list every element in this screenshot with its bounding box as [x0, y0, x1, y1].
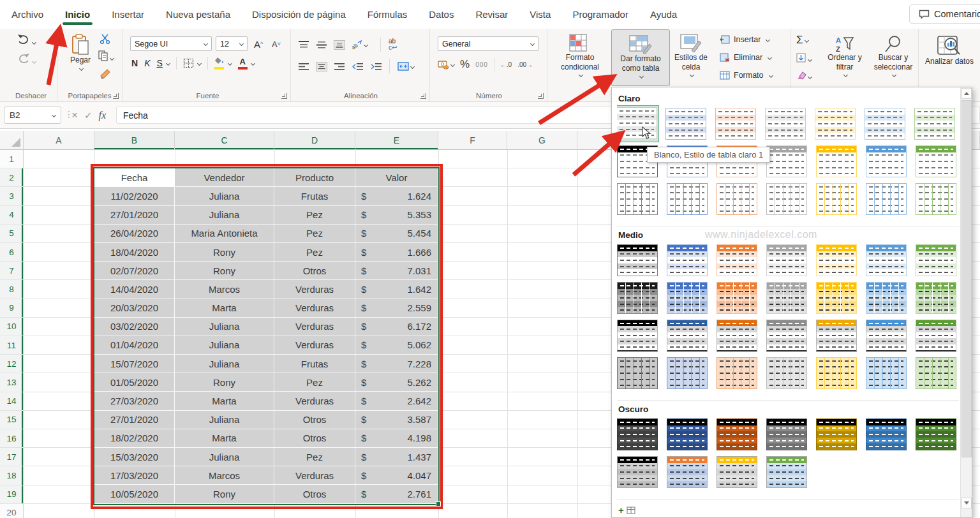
table-style-claro-17[interactable] [716, 183, 757, 215]
cell-vendedor[interactable]: Rony [175, 373, 274, 392]
cell-valor[interactable]: $1.437 [355, 448, 438, 466]
table-style-oscuro-1[interactable] [617, 418, 658, 450]
align-left-icon[interactable] [299, 63, 309, 71]
cell-vendedor[interactable]: Juliana [175, 318, 274, 336]
table-style-medio-10[interactable] [716, 282, 757, 314]
row-header-7[interactable]: 7 [0, 262, 24, 280]
cell-fecha[interactable]: 01/04/2020 [94, 336, 175, 355]
cell-valor[interactable]: $1.666 [355, 243, 438, 262]
cell-vendedor[interactable]: Rony [175, 262, 274, 280]
table-style-medio-21[interactable] [916, 320, 956, 352]
table-style-medio-5[interactable] [816, 244, 857, 276]
tab-formulas[interactable]: Fórmulas [366, 6, 409, 22]
tab-archivo[interactable]: Archivo [10, 6, 45, 22]
table-style-medio-8[interactable] [617, 282, 658, 314]
alignment-dialog-launcher[interactable] [420, 93, 426, 99]
orientation-button[interactable]: ab [352, 40, 368, 50]
table-style-medio-28[interactable] [916, 357, 956, 389]
row-header-10[interactable]: 10 [0, 318, 24, 336]
cell-fecha[interactable]: 02/07/2020 [94, 262, 175, 280]
cell-valor[interactable]: $1.642 [355, 280, 438, 299]
table-style-medio-13[interactable] [866, 282, 907, 314]
tab-disposicion-de-pagina[interactable]: Disposición de página [251, 6, 347, 22]
paste-button[interactable]: Pegar [63, 29, 98, 87]
scrollbar-thumb[interactable] [961, 100, 972, 457]
row-header-1[interactable]: 1 [0, 150, 24, 168]
cell-vendedor[interactable]: Juliana [175, 355, 274, 373]
delete-cells-label[interactable]: Eliminar [734, 53, 762, 62]
decrease-decimal-button[interactable]: .00→ [517, 61, 533, 68]
tab-inicio[interactable]: Inicio [64, 6, 91, 22]
cell-valor[interactable]: $7.031 [355, 262, 438, 280]
tab-datos[interactable]: Datos [427, 6, 455, 22]
table-style-claro-15[interactable] [617, 183, 658, 215]
cell-vendedor[interactable]: Marta [175, 299, 274, 318]
cell-valor[interactable]: $6.172 [355, 318, 438, 336]
table-style-medio-26[interactable] [816, 357, 857, 389]
cell-producto[interactable]: Pez [274, 373, 355, 392]
table-style-medio-16[interactable] [667, 320, 708, 352]
autosum-button[interactable]: Σ [796, 34, 808, 47]
grow-font-button[interactable]: A^ [251, 36, 265, 52]
wrap-text-button[interactable]: abc↩ [389, 38, 397, 51]
cell-fecha[interactable]: 18/04/2020 [94, 243, 175, 262]
tab-programador[interactable]: Programador [571, 6, 630, 22]
italic-button[interactable]: K [144, 59, 150, 68]
table-style-oscuro-7[interactable] [916, 418, 956, 450]
table-style-medio-14[interactable] [916, 282, 956, 314]
format-painter-button[interactable] [100, 68, 111, 82]
table-style-medio-24[interactable] [716, 357, 757, 389]
cell-vendedor[interactable]: Juliana [175, 336, 274, 355]
cell-producto[interactable]: Verduras [274, 299, 355, 318]
cell-producto[interactable]: Otros [274, 485, 355, 503]
name-box[interactable]: B2 [4, 107, 61, 124]
data-table[interactable]: FechaVendedorProductoValor11/02/2020Juli… [94, 168, 438, 503]
table-header-valor[interactable]: Valor [355, 168, 438, 187]
cell-producto[interactable]: Verduras [274, 318, 355, 336]
cell-vendedor[interactable]: Marcos [175, 280, 274, 299]
table-style-medio-7[interactable] [916, 244, 956, 276]
find-select-button[interactable]: Buscar y seleccionar [869, 30, 917, 89]
row-header-13[interactable]: 13 [0, 373, 24, 392]
row-header-8[interactable]: 8 [0, 280, 24, 299]
table-style-medio-6[interactable] [866, 244, 907, 276]
table-header-vendedor[interactable]: Vendedor [175, 168, 274, 187]
cell-producto[interactable]: Frutas [274, 355, 355, 373]
cell-fecha[interactable]: 03/02/2020 [94, 318, 175, 336]
cell-producto[interactable]: Otros [274, 429, 355, 448]
table-style-oscuro-10[interactable] [716, 456, 757, 488]
cell-valor[interactable]: $5.262 [355, 373, 438, 392]
number-dialog-launcher[interactable] [538, 93, 544, 99]
insert-cells-label[interactable]: Insertar [734, 35, 761, 44]
table-style-claro-4[interactable] [765, 108, 806, 140]
hovered-table-style[interactable] [617, 106, 658, 142]
cell-producto[interactable]: Verduras [274, 466, 355, 485]
table-style-claro-21[interactable] [916, 183, 956, 215]
select-all-corner[interactable] [0, 131, 24, 150]
cell-valor[interactable]: $1.624 [355, 187, 438, 205]
decrease-indent-icon[interactable] [352, 63, 363, 71]
column-header-E[interactable]: E [355, 131, 438, 150]
cell-fecha[interactable]: 15/03/2020 [94, 448, 175, 466]
table-style-claro-5[interactable] [815, 108, 856, 140]
shrink-font-button[interactable]: A˅ [269, 36, 283, 52]
fill-color-button[interactable] [214, 57, 225, 70]
format-cells-label[interactable]: Formato [734, 71, 764, 80]
comments-button[interactable]: Comentario [909, 4, 980, 24]
row-header-14[interactable]: 14 [0, 392, 24, 411]
cell-fecha[interactable]: 14/04/2020 [94, 280, 175, 299]
selection-fill-handle[interactable] [436, 501, 441, 507]
table-style-claro-14[interactable] [916, 145, 956, 177]
table-style-medio-4[interactable] [766, 244, 807, 276]
cell-vendedor[interactable]: Marta [175, 392, 274, 410]
row-header-18[interactable]: 18 [0, 466, 24, 485]
gallery-scrollbar[interactable] [960, 87, 972, 517]
row-header-3[interactable]: 3 [0, 187, 24, 205]
table-style-claro-2[interactable] [665, 108, 706, 140]
cell-fecha[interactable]: 27/01/2020 [94, 206, 175, 225]
cut-button[interactable] [100, 34, 110, 47]
fill-button[interactable] [796, 53, 812, 65]
cell-vendedor[interactable]: Marta [175, 429, 274, 448]
cell-vendedor[interactable]: Rony [175, 243, 274, 262]
new-table-style-item[interactable]: + [617, 502, 959, 515]
